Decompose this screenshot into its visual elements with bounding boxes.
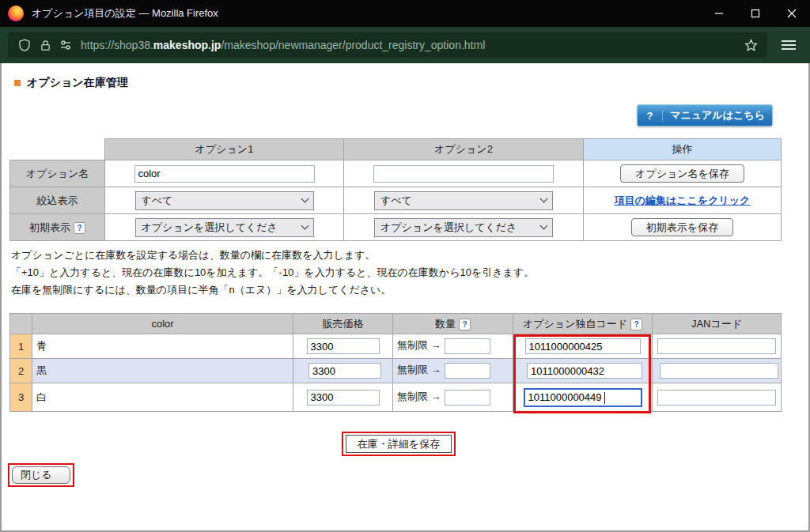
instruction-line: オプションごとに在庫数を設定する場合は、数量の欄に在庫数を入力します。 [11, 247, 534, 264]
unlimited-label: 無制限 → [397, 339, 441, 351]
row-number: 1 [10, 334, 32, 359]
page-content: オプション在庫管理 ? マニュアルはこちら オプション1 オプション2 操作 オ… [0, 63, 810, 532]
chevron-down-icon [540, 222, 548, 230]
hamburger-icon [782, 40, 796, 51]
unlimited-label: 無制限 → [397, 364, 441, 375]
quantity-input[interactable] [445, 390, 490, 406]
price-input[interactable] [308, 363, 381, 379]
price-input[interactable] [307, 390, 380, 406]
manual-button[interactable]: ? マニュアルはこちら [637, 104, 773, 126]
option1-name-input[interactable] [134, 165, 315, 183]
instruction-line: 在庫を無制限にするには、数量の項目に半角「n（エヌ）」を入力してください。 [11, 281, 534, 299]
close-button[interactable]: 閉じる [12, 466, 70, 484]
jan-column-header: JANコード [653, 314, 782, 334]
option-value-cell: 青 [32, 334, 293, 359]
initial-display-select-option2[interactable]: オプションを選択してくださ [374, 218, 553, 237]
jan-code-input[interactable] [657, 338, 776, 354]
maximize-button[interactable] [737, 0, 774, 27]
option-code-input[interactable] [527, 363, 642, 379]
operations-header: 操作 [584, 139, 782, 160]
table-row: 2 黒 無制限 → [10, 359, 782, 383]
lock-icon[interactable] [35, 35, 55, 55]
row-number: 2 [10, 359, 32, 383]
red-highlight-box: 在庫・詳細を保存 [342, 432, 456, 456]
option2-header: オプション2 [344, 139, 584, 160]
jan-code-input[interactable] [660, 363, 778, 379]
option-name-row-label: オプション名 [10, 160, 105, 187]
window-controls [701, 0, 810, 27]
help-icon[interactable]: ? [630, 319, 642, 330]
option-code-input-focused[interactable] [524, 388, 642, 407]
close-icon [787, 9, 797, 18]
color-column-header: color [32, 314, 293, 334]
page-title: オプション在庫管理 [27, 76, 128, 90]
save-row: 在庫・詳細を保存 [2, 432, 796, 456]
option2-name-input[interactable] [373, 165, 554, 183]
navigation-bar: https://shop38.makeshop.jp/makeshop/newm… [0, 27, 810, 63]
table-row: 3 白 無制限 → [10, 383, 782, 412]
close-area: 閉じる [8, 463, 74, 487]
chevron-down-icon [301, 222, 308, 230]
initial-display-select-option1[interactable]: オプションを選択してくださ [135, 218, 314, 237]
quantity-cell: 無制限 → [393, 359, 513, 383]
initial-display-row-label: 初期表示? [10, 214, 105, 241]
red-highlight-box: 閉じる [8, 463, 74, 487]
url-bar[interactable]: https://shop38.makeshop.jp/makeshop/newm… [8, 32, 767, 58]
help-icon[interactable]: ? [74, 222, 85, 234]
close-window-button[interactable] [774, 0, 810, 27]
instructions: オプションごとに在庫数を設定する場合は、数量の欄に在庫数を入力します。 「+10… [11, 247, 534, 299]
edit-items-link[interactable]: 項目の編集はここをクリック [615, 194, 751, 206]
option-value-cell: 白 [32, 383, 293, 412]
save-initial-display-button[interactable]: 初期表示を保存 [631, 218, 733, 236]
manual-button-label: マニュアルはこちら [663, 108, 772, 123]
filter-select-option2[interactable]: すべて [374, 191, 553, 210]
quantity-column-header: 数量? [393, 314, 513, 334]
quantity-cell: 無制限 → [393, 334, 513, 359]
chevron-down-icon [301, 195, 308, 203]
row-number: 3 [10, 383, 32, 412]
save-stock-button[interactable]: 在庫・詳細を保存 [346, 435, 452, 453]
url-prefix: https://shop38. [81, 39, 153, 51]
save-option-name-button[interactable]: オプション名を保存 [620, 164, 744, 183]
bookmark-star-icon[interactable] [740, 35, 761, 55]
maximize-icon [751, 9, 760, 18]
browser-window: オプション項目の設定 — Mozilla Firefox ht [0, 0, 810, 532]
url-path: /makeshop/newmanager/product_registry_op… [221, 39, 485, 51]
question-mark-icon: ? [638, 110, 663, 122]
window-title: オプション項目の設定 — Mozilla Firefox [32, 6, 218, 21]
url-domain: makeshop.jp [153, 39, 221, 51]
unlimited-label: 無制限 → [397, 391, 441, 402]
quantity-input[interactable] [445, 338, 490, 354]
url-text[interactable]: https://shop38.makeshop.jp/makeshop/newm… [81, 39, 740, 51]
firefox-logo-icon [8, 6, 24, 21]
option-value-cell: 黒 [32, 359, 293, 383]
stock-table: color 販売価格 数量? オプション独自コード? JANコード 1 青 無制… [9, 313, 782, 412]
option-code-column-header: オプション独自コード? [513, 314, 653, 334]
row-number-header [10, 314, 32, 334]
title-bar: オプション項目の設定 — Mozilla Firefox [0, 0, 810, 27]
jan-code-input[interactable] [657, 390, 776, 406]
table-row: 1 青 無制限 → [10, 334, 782, 359]
option-code-input[interactable] [525, 338, 641, 354]
minimize-icon [714, 9, 724, 18]
minimize-button[interactable] [701, 0, 737, 27]
help-icon[interactable]: ? [459, 319, 471, 330]
text-caret [604, 392, 605, 404]
shield-icon[interactable] [14, 35, 35, 55]
quantity-input[interactable] [445, 363, 490, 379]
quantity-cell: 無制限 → [393, 383, 513, 412]
empty-header-cell [10, 139, 105, 160]
heading-bullet-icon [14, 80, 21, 86]
options-settings-table: オプション1 オプション2 操作 オプション名 オプション名を保存 絞込表示 す… [9, 138, 782, 241]
menu-button[interactable] [775, 33, 802, 57]
option1-header: オプション1 [105, 139, 344, 160]
permissions-icon[interactable] [55, 35, 76, 55]
filter-select-option1[interactable]: すべて [135, 191, 314, 210]
price-input[interactable] [307, 338, 380, 354]
instruction-line: 「+10」と入力すると、現在の在庫数に10を加えます。「-10」を入力すると、現… [11, 264, 534, 281]
page-heading: オプション在庫管理 [14, 76, 128, 90]
chevron-down-icon [540, 195, 548, 203]
price-column-header: 販売価格 [293, 314, 393, 334]
filter-row-label: 絞込表示 [10, 187, 105, 214]
